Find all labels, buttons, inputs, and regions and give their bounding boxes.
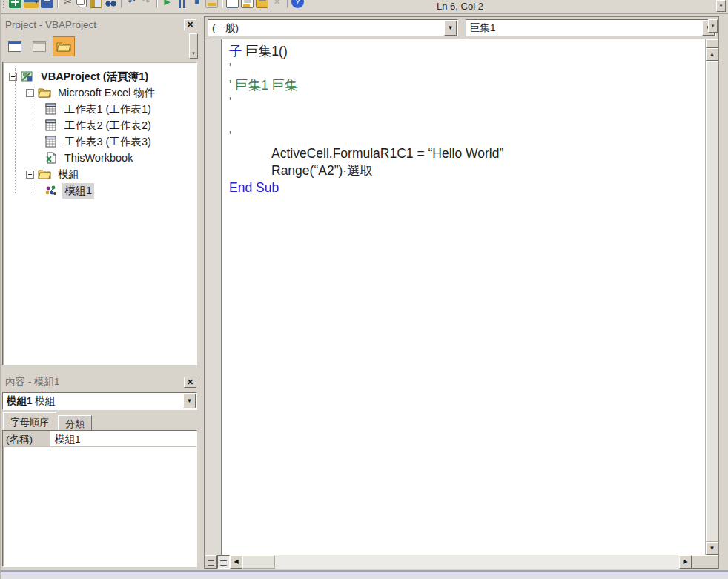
horizontal-scroll-thumb[interactable]: [242, 555, 275, 569]
properties-window-icon[interactable]: [241, 0, 254, 8]
find-icon[interactable]: [105, 0, 117, 8]
code-line: ActiveCell.FormulaR1C1 = “Hello World”: [229, 145, 705, 162]
project-tree: VBAProject (活頁簿1)Microsoft Excel 物件工作表1 …: [2, 62, 197, 365]
scroll-down-icon[interactable]: ▼: [706, 542, 718, 555]
tree-guide-line: [33, 85, 33, 129]
object-dropdown[interactable]: (一般) ▼: [208, 19, 458, 36]
project-explorer-icon[interactable]: [226, 0, 239, 8]
code-segment-comment: ': [229, 129, 231, 144]
dropdown-arrow-icon[interactable]: ▼: [183, 394, 196, 408]
margin-indicator-bar: [205, 39, 222, 555]
code-segment-plain: Range(“A2”)·選取: [271, 163, 373, 178]
folder-open-icon: [38, 87, 51, 99]
view-object-button[interactable]: [28, 36, 50, 56]
save-icon[interactable]: [41, 0, 53, 8]
code-segment-comment: ': [229, 95, 231, 110]
tree-item-label: VBAProject (活頁簿1): [39, 69, 150, 85]
property-name-cell[interactable]: (名稱): [3, 431, 50, 446]
workspace: Project - VBAProject ✕ ▾ VBAProject (活頁簿…: [1, 14, 728, 570]
code-combo-row: (一般) ▼ 巨集1 ▼: [205, 17, 718, 39]
horizontal-scroll-track[interactable]: [275, 555, 679, 569]
tab-alphabetic[interactable]: 字母順序: [3, 412, 56, 430]
cursor-position-status: Ln 6, Col 2: [437, 1, 483, 12]
toolbox-icon[interactable]: [256, 0, 268, 8]
dropdown-arrow-icon[interactable]: ▼: [444, 21, 457, 36]
toolbar-separator: [156, 0, 157, 8]
break-icon[interactable]: [176, 0, 188, 8]
code-line: ': [229, 128, 705, 145]
toolbar-separator: [287, 0, 288, 8]
help-icon[interactable]: [291, 0, 304, 8]
folder-open-icon: [38, 168, 51, 180]
tree-guide-line: [15, 68, 16, 193]
code-segment-keyword: End Sub: [229, 180, 279, 195]
tree-item-label: 模組: [56, 167, 82, 182]
tree-item-thisworkbook[interactable]: ThisWorkbook: [3, 150, 196, 166]
vba-editor-window: Ln 6, Col 2 ▾ Project - VBAProject ✕ ▾: [0, 0, 728, 579]
code-line: ': [229, 94, 705, 111]
properties-panel: 內容 - 模組1 ✕ 模組1 模組 ▼ 字母順序 分類 (名稱) 模組1: [1, 373, 199, 570]
run-icon[interactable]: [161, 0, 173, 8]
tree-item-label: ThisWorkbook: [62, 151, 135, 165]
window-bottom-edge: [1, 570, 728, 579]
tree-item-label: 工作表1 (工作表1): [62, 102, 153, 117]
full-module-view-button[interactable]: [217, 555, 230, 569]
code-editor[interactable]: 子 巨集1()'' 巨集1 巨集''ActiveCell.FormulaR1C1…: [222, 39, 705, 555]
project-explorer-panel: Project - VBAProject ✕ ▾ VBAProject (活頁簿…: [1, 16, 199, 365]
code-segment-plain: ActiveCell.FormulaR1C1 = “Hello World”: [271, 146, 503, 161]
procedure-dropdown[interactable]: 巨集1 ▼: [466, 19, 716, 36]
vertical-scroll-thumb[interactable]: [706, 61, 718, 542]
design-mode-icon[interactable]: [205, 0, 218, 8]
property-value-cell[interactable]: 模組1: [50, 431, 196, 446]
toggle-folders-button[interactable]: [53, 36, 75, 56]
main-toolbar: Ln 6, Col 2 ▾: [1, 0, 728, 14]
properties-object-dropdown[interactable]: 模組1 模組 ▼: [2, 392, 197, 410]
reset-icon[interactable]: [191, 0, 203, 8]
code-window-options-chevron[interactable]: ▾: [708, 19, 718, 33]
tree-item-vbaproject[interactable]: VBAProject (活頁簿1): [3, 68, 196, 85]
module-icon: [44, 185, 58, 196]
scrollbar-corner: [692, 555, 718, 569]
split-box[interactable]: [706, 39, 718, 48]
procedure-view-button[interactable]: [205, 555, 217, 569]
procedure-dropdown-value: 巨集1: [466, 21, 702, 35]
project-panel-titlebar: Project - VBAProject ✕: [1, 16, 199, 33]
scroll-left-icon[interactable]: ◀: [230, 555, 242, 569]
project-toolbar-options-chevron[interactable]: ▾: [189, 33, 198, 59]
horizontal-scrollbar: ◀ ▶: [205, 555, 718, 569]
code-body: 子 巨集1()'' 巨集1 巨集''ActiveCell.FormulaR1C1…: [205, 39, 718, 555]
project-panel-title: Project - VBAProject: [5, 19, 184, 30]
folder-icon: [56, 41, 71, 52]
toolbar-options-chevron[interactable]: ▾: [716, 0, 726, 12]
view-code-button[interactable]: [4, 36, 26, 56]
redo-icon[interactable]: [140, 0, 153, 8]
properties-panel-title: 內容 - 模組1: [5, 375, 184, 388]
copy-icon[interactable]: [76, 0, 85, 5]
toolbar-grip[interactable]: [3, 0, 6, 8]
project-panel-close-icon[interactable]: ✕: [184, 19, 196, 30]
left-column: Project - VBAProject ✕ ▾ VBAProject (活頁簿…: [1, 16, 199, 570]
vertical-scrollbar: ▲ ▼: [705, 39, 718, 555]
scroll-up-icon[interactable]: ▲: [706, 48, 718, 61]
worksheet-icon: [44, 119, 58, 131]
view-object-icon: [33, 41, 46, 52]
property-row-name: (名稱) 模組1: [3, 431, 196, 447]
code-line: End Sub: [229, 179, 705, 196]
tree-item-sheet3[interactable]: 工作表3 (工作表3): [3, 133, 196, 150]
paste-icon[interactable]: [90, 0, 102, 8]
cut-icon[interactable]: [62, 0, 74, 8]
workbook-icon: [44, 152, 58, 164]
object-browser-icon[interactable]: [271, 0, 283, 8]
code-window: (一般) ▼ 巨集1 ▼ 子 巨集1()'' 巨集1 巨集''ActiveCel…: [204, 16, 719, 569]
insert-userform-icon[interactable]: [24, 0, 39, 8]
code-segment-comment: ' 巨集1 巨集: [229, 78, 298, 93]
properties-panel-close-icon[interactable]: ✕: [184, 377, 196, 388]
tab-categorized[interactable]: 分類: [58, 415, 92, 430]
collapse-expander-icon[interactable]: [9, 73, 17, 81]
properties-grid: (名稱) 模組1: [2, 430, 197, 567]
code-line: ': [229, 60, 705, 77]
code-line: Range(“A2”)·選取: [229, 162, 705, 179]
undo-icon[interactable]: [125, 0, 138, 8]
view-excel-icon[interactable]: [9, 0, 21, 8]
scroll-right-icon[interactable]: ▶: [679, 555, 692, 569]
